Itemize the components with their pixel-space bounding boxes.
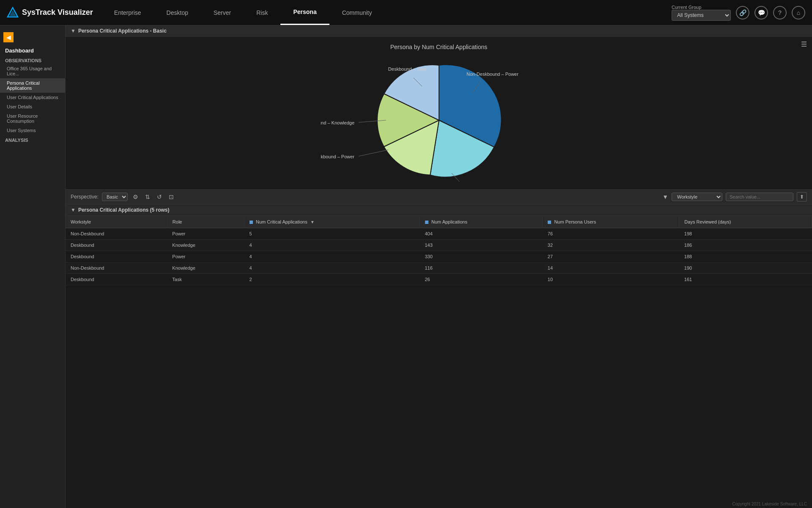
cell-num-critical: 4 [244, 262, 420, 274]
cell-num-persona-users: 10 [543, 274, 679, 285]
cell-num-applications: 330 [420, 251, 542, 262]
tab-community[interactable]: Community [329, 0, 385, 25]
footer-text: Copyright 2021 Lakeside Software, LLC [732, 502, 807, 506]
lakeside-logo-icon [7, 7, 19, 19]
table-row: Deskbound Task 2 26 10 161 [66, 274, 812, 285]
tab-persona[interactable]: Persona [280, 0, 329, 25]
cell-num-persona-users: 27 [543, 251, 679, 262]
help-icon-button[interactable]: ? [773, 6, 787, 19]
group-select[interactable]: All Systems [672, 10, 731, 21]
perspective-right: ▼ Workstyle ⬆ [662, 192, 807, 202]
sidebar-toggle[interactable]: ◀ [3, 32, 14, 42]
cell-days-reviewed: 188 [679, 251, 812, 262]
settings-icon-button[interactable]: ⚙ [131, 193, 140, 201]
cell-workstyle: Deskbound [66, 240, 167, 251]
filter-icon: ▼ [662, 193, 668, 200]
data-table: Workstyle Role Num Critical Applications… [66, 216, 812, 285]
col-workstyle[interactable]: Workstyle [66, 216, 167, 228]
footer: Copyright 2021 Lakeside Software, LLC [727, 500, 812, 508]
cell-num-persona-users: 76 [543, 228, 679, 240]
col-num-applications[interactable]: Num Applications [420, 216, 542, 228]
label-deskbound-task: Deskbound – Task [388, 66, 426, 72]
analysis-label: Analysis [0, 135, 65, 144]
table-section-title: Persona Critical Applications (5 rows) [78, 207, 170, 213]
table-row: Non-Deskbound Knowledge 4 116 14 190 [66, 262, 812, 274]
label-deskbound-power: Deskbound – Power [321, 154, 354, 159]
workstyle-filter-select[interactable]: Workstyle [672, 193, 722, 201]
cell-role: Power [167, 228, 244, 240]
sidebar-item-persona-critical[interactable]: Persona Critical Applications [0, 78, 65, 93]
svg-line-4 [359, 150, 388, 156]
cell-num-persona-users: 14 [543, 262, 679, 274]
cell-num-critical: 4 [244, 240, 420, 251]
home-icon-button[interactable]: ⌂ [792, 6, 805, 19]
cell-num-applications: 404 [420, 228, 542, 240]
tab-risk[interactable]: Risk [244, 0, 280, 25]
chart-section-header: ▼ Persona Critical Applications - Basic [66, 25, 812, 37]
main-content: ▼ Persona Critical Applications - Basic … [66, 25, 812, 508]
cell-role: Power [167, 251, 244, 262]
search-input[interactable] [726, 193, 793, 201]
cell-days-reviewed: 198 [679, 228, 812, 240]
label-nondeskbound-knowledge: Non-Deskbound – Knowledge [321, 120, 354, 125]
app-title: SysTrack Visualizer [22, 8, 93, 17]
table-row: Deskbound Power 4 330 27 188 [66, 251, 812, 262]
table-section-header: ▼ Persona Critical Applications (5 rows) [66, 204, 812, 216]
cell-num-persona-users: 32 [543, 240, 679, 251]
link-icon-button[interactable]: 🔗 [736, 6, 749, 19]
sidebar-item-user-systems[interactable]: User Systems [0, 126, 65, 135]
cell-num-critical: 5 [244, 228, 420, 240]
col-indicator-2 [425, 221, 428, 224]
pie-chart-svg: Non-Deskbound – Power Deskbound – Knowle… [321, 55, 557, 182]
cell-num-applications: 26 [420, 274, 542, 285]
col-role[interactable]: Role [167, 216, 244, 228]
cell-days-reviewed: 186 [679, 240, 812, 251]
cell-days-reviewed: 161 [679, 274, 812, 285]
sidebar-item-user-resource[interactable]: User Resource Consumption [0, 111, 65, 126]
refresh-icon-button[interactable]: ↺ [155, 193, 164, 201]
col-num-critical[interactable]: Num Critical Applications ▼ [244, 216, 420, 228]
table-row: Non-Deskbound Power 5 404 76 198 [66, 228, 812, 240]
sidebar-item-office365[interactable]: Office 365 Usage and Lice... [0, 64, 65, 78]
cell-workstyle: Deskbound [66, 251, 167, 262]
perspective-label: Perspective: [71, 194, 99, 200]
col-indicator-3 [548, 221, 551, 224]
col-days-reviewed[interactable]: Days Reviewed (days) [679, 216, 812, 228]
cell-num-applications: 116 [420, 262, 542, 274]
sort-icon-button[interactable]: ⇅ [143, 193, 152, 201]
layout: ◀ Dashboard Observations Office 365 Usag… [0, 25, 812, 508]
cell-role: Task [167, 274, 244, 285]
col-num-persona-users[interactable]: Num Persona Users [543, 216, 679, 228]
cell-num-applications: 143 [420, 240, 542, 251]
collapse-icon[interactable]: ▼ [71, 28, 76, 34]
chart-section-title: Persona Critical Applications - Basic [78, 28, 167, 34]
cell-num-critical: 4 [244, 251, 420, 262]
table-header-row: Workstyle Role Num Critical Applications… [66, 216, 812, 228]
chat-icon-button[interactable]: 💬 [754, 6, 768, 19]
pie-chart-container: Non-Deskbound – Power Deskbound – Knowle… [66, 50, 812, 186]
perspective-select[interactable]: Basic [102, 193, 128, 201]
sidebar-item-user-critical[interactable]: User Critical Applications [0, 93, 65, 102]
table-collapse-icon[interactable]: ▼ [71, 207, 76, 213]
tab-desktop[interactable]: Desktop [154, 0, 201, 25]
cell-workstyle: Deskbound [66, 274, 167, 285]
export-button[interactable]: ⬆ [797, 192, 807, 202]
chart-menu-button[interactable]: ☰ [801, 40, 807, 48]
sort-icon: ▼ [310, 220, 315, 224]
header: SysTrack Visualizer Enterprise Desktop S… [0, 0, 812, 25]
cell-days-reviewed: 190 [679, 262, 812, 274]
label-nondeskbound-power: Non-Deskbound – Power [466, 72, 518, 77]
tab-enterprise[interactable]: Enterprise [102, 0, 154, 25]
chart-area: Persona by Num Critical Applications ☰ [66, 37, 812, 189]
table-row: Deskbound Knowledge 4 143 32 186 [66, 240, 812, 251]
nav-tabs: Enterprise Desktop Server Risk Persona C… [102, 0, 672, 25]
sidebar-item-user-details[interactable]: User Details [0, 102, 65, 111]
observations-label: Observations [0, 55, 65, 64]
tab-server[interactable]: Server [201, 0, 244, 25]
sidebar: ◀ Dashboard Observations Office 365 Usag… [0, 25, 66, 508]
chart-title: Persona by Num Critical Applications [66, 37, 812, 50]
current-group-label: Current Group [672, 5, 731, 10]
snapshot-icon-button[interactable]: ⊡ [167, 193, 176, 201]
cell-num-critical: 2 [244, 274, 420, 285]
cell-role: Knowledge [167, 262, 244, 274]
